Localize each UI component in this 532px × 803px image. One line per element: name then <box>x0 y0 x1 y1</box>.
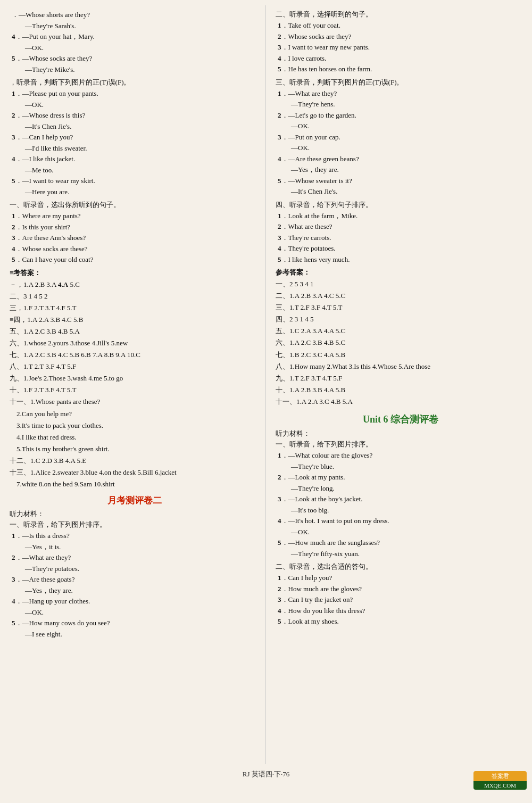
ans-7: 七、1.A 2.C 3.B 4.C 5.B 6.B 7.A 8.B 9.A 10… <box>10 349 259 361</box>
ss-1: 1．Where are my pants? <box>10 211 259 221</box>
monthly-sub1-title: 一、听录音，给下列图片排序。 <box>10 520 259 529</box>
ans-right-title: 参考答案： <box>276 268 526 277</box>
ans-9: 九、1.Joe's 2.Those 3.wash 4.me 5.to go <box>10 372 259 384</box>
watermark: 答案君 MXQE.COM <box>473 771 527 798</box>
section-answers-left: ≡考答案： －，1.A 2.B 3.A 4.A 5.C 二、3 1 4 5 2 … <box>10 268 259 491</box>
r3-2b: —OK. <box>276 121 526 131</box>
ans-2: 二、3 1 4 5 2 <box>10 291 259 302</box>
r3-4a: 4．—Are these green beans? <box>276 154 526 164</box>
ans-4: ≡四，1.A 2.A 3.B 4.C 5.B <box>10 314 259 326</box>
item-5b: —They're Mike's. <box>10 64 259 75</box>
r2-1: 1．Take off your coat. <box>276 20 526 31</box>
ss-4: 4．Whose socks are these? <box>10 244 259 254</box>
two-col-layout: ．—Whose shorts are they? —They're Sarah'… <box>0 5 532 764</box>
m1-3a: 3．—Are these goats? <box>10 574 259 585</box>
item-4a: 4．—Put on your hat，Mary. <box>10 31 259 42</box>
section-ans-right: 参考答案： 一、2 5 3 4 1 二、1.A 2.B 3.A 4.C 5.C … <box>276 268 526 408</box>
section-r-san: 三、听录音，判断下列图片的正(T)误(F)。 1．—What are they?… <box>276 78 526 197</box>
col-right: 二、听录音，选择听到的句子。 1．Take off your coat. 2．W… <box>266 5 532 764</box>
ans-13b: 7.white 8.on the bed 9.Sam 10.shirt <box>10 478 259 490</box>
item-3a: ．—Whose shorts are they? <box>10 10 259 20</box>
r2-4: 4．I love carrots. <box>276 53 526 64</box>
r3-1a: 1．—What are they? <box>276 88 526 99</box>
section-r-si-title: 四、听录音，给下列句子排序。 <box>276 200 526 210</box>
unit6-title: Unit 6 综合测评卷 <box>276 413 526 426</box>
r3-5a: 5．—Whose sweater is it? <box>276 176 526 186</box>
watermark-top: 答案君 <box>473 771 527 781</box>
ans-12: 十二、1.C 2.D 3.B 4.A 5.E <box>10 455 259 467</box>
u6-3b: —It's too big. <box>276 505 526 516</box>
unit6-sub2-title: 二、听录音，选出合适的答句。 <box>276 562 526 572</box>
rans-1: 一、2 5 3 4 1 <box>276 278 526 290</box>
u6-1b: —They're blue. <box>276 461 526 472</box>
rans-8: 八、1.How many 2.What 3.Is this 4.Whose 5.… <box>276 361 526 372</box>
section-r-er-title: 二、听录音，选择听到的句子。 <box>276 10 526 19</box>
u6-3a: 3．—Look at the boy's jacket. <box>276 494 526 504</box>
u6-5a: 5．—How much are the sunglasses? <box>276 537 526 548</box>
monthly-title: 月考测评卷二 <box>10 494 259 507</box>
r2-2: 2．Whose socks are they? <box>276 31 526 42</box>
ans-10: 十、1.F 2.T 3.F 4.T 5.T <box>10 384 259 396</box>
m1-5a: 5．—How many cows do you see? <box>10 618 259 628</box>
r3-3a: 3．—Put on your cap. <box>276 132 526 143</box>
r3-5b: —It's Chen Jie's. <box>276 186 526 197</box>
r4-3: 3．They're carrots. <box>276 233 526 243</box>
ans-11c: 3.It's time to pack your clothes. <box>10 420 259 432</box>
u6s2-4: 4．How do you like this dress? <box>276 606 526 616</box>
ans-3: 三，1.F 2.T 3.T 4.F 5.T <box>10 302 259 314</box>
ss-3: 3．Are these Ann's shoes? <box>10 233 259 243</box>
tj-4a: 4．—I like this jacket. <box>10 154 259 164</box>
u6-4b: —OK. <box>276 527 526 537</box>
ans-11b: 2.Can you help me? <box>10 408 259 420</box>
ans-11e: 5.This is my brother's green shirt. <box>10 443 259 455</box>
item-3b: —They're Sarah's. <box>10 21 259 31</box>
ss-2: 2．Is this your shirt? <box>10 222 259 233</box>
u6-2b: —They're long. <box>276 483 526 494</box>
ans-5: 五、1.A 2.C 3.B 4.B 5.A <box>10 326 259 337</box>
rans-6: 六、1.A 2.C 3.B 4.B 5.C <box>276 337 526 349</box>
section-select-sent-title: 一、听录音，选出你所听到的句子。 <box>10 200 259 210</box>
u6s2-1: 1．Can I help you? <box>276 573 526 583</box>
section-start-items: ．—Whose shorts are they? —They're Sarah'… <box>10 10 259 74</box>
tj-4b: —Me too. <box>10 165 259 176</box>
tj-5b: —Here you are. <box>10 187 259 197</box>
tj-2a: 2．—Whose dress is this? <box>10 110 259 121</box>
ans-8: 八、1.T 2.T 3.F 4.T 5.F <box>10 361 259 372</box>
rans-10: 十、1.A 2.B 3.B 4.A 5.B <box>276 384 526 396</box>
ans-13a: 十三、1.Alice 2.sweater 3.blue 4.on the des… <box>10 467 259 478</box>
r3-1b: —They're hens. <box>276 99 526 110</box>
r2-5: 5．He has ten horses on the farm. <box>276 64 526 74</box>
r4-1: 1．Look at the farm，Mike. <box>276 211 526 221</box>
m1-1b: —Yes，it is. <box>10 542 259 552</box>
footer-text: RJ 英语四·下·76 <box>243 770 289 778</box>
page-container: ．—Whose shorts are they? —They're Sarah'… <box>0 0 532 803</box>
unit6-sub1-title: 一、听录音，给下列图片排序。 <box>276 440 526 449</box>
r2-3: 3．I want to wear my new pants. <box>276 42 526 53</box>
tj-1a: 1．—Please put on your pants. <box>10 88 259 99</box>
tj-1b: —OK. <box>10 100 259 110</box>
section-r-er: 二、听录音，选择听到的句子。 1．Take off your coat. 2．W… <box>276 10 526 74</box>
unit6-sub2: 二、听录音，选出合适的答句。 1．Can I help you? 2．How m… <box>276 562 526 627</box>
tj-5a: 5．—I want to wear my skirt. <box>10 176 259 186</box>
rans-2: 二、1.A 2.B 3.A 4.C 5.C <box>276 290 526 302</box>
u6-4a: 4．—It's hot. I want to put on my dress. <box>276 516 526 526</box>
m1-3b: —Yes，they are. <box>10 585 259 596</box>
item-5a: 5．—Whose socks are they? <box>10 53 259 64</box>
m1-2a: 2．—What are they? <box>10 552 259 563</box>
section-select-sent: 一、听录音，选出你所听到的句子。 1．Where are my pants? 2… <box>10 200 259 265</box>
watermark-bottom: MXQE.COM <box>473 781 527 790</box>
rans-11: 十一、1.A 2.A 3.C 4.B 5.A <box>276 396 526 408</box>
r4-2: 2．What are these? <box>276 221 526 232</box>
rans-4: 四、2 3 1 4 5 <box>276 313 526 325</box>
r3-4b: —Yes，they are. <box>276 164 526 175</box>
u6-5b: —They're fifty-six yuan. <box>276 549 526 559</box>
tj-2b: —It's Chen Jie's. <box>10 121 259 132</box>
u6-1a: 1．—What colour are the gloves? <box>276 450 526 461</box>
u6s2-3: 3．Can I try the jacket on? <box>276 594 526 605</box>
r4-5: 5．I like hens very much. <box>276 254 526 265</box>
section-r-si: 四、听录音，给下列句子排序。 1．Look at the farm，Mike. … <box>276 200 526 265</box>
r3-3b: —OK. <box>276 143 526 153</box>
ans-11: 十一、1.Whose pants are these? <box>10 396 259 408</box>
tj-3a: 3．—Can I help you? <box>10 132 259 143</box>
m1-2b: —They're potatoes. <box>10 564 259 574</box>
